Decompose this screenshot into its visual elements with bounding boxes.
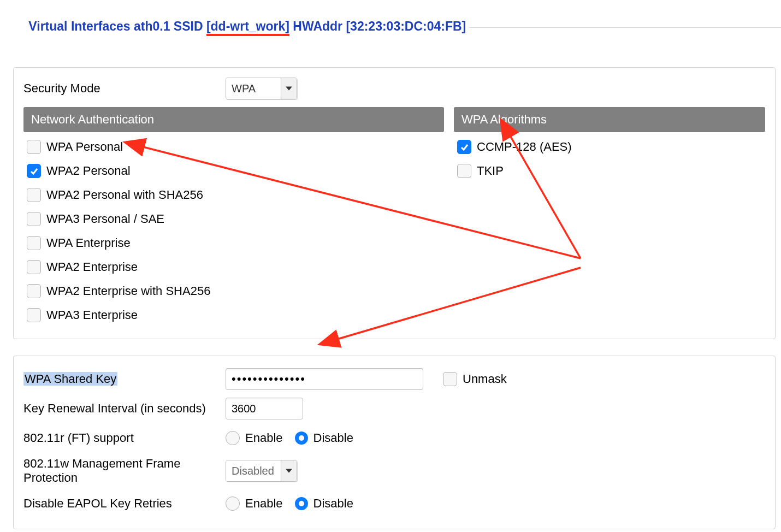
key-renewal-label: Key Renewal Interval (in seconds) <box>23 401 226 416</box>
algo-option-checkbox[interactable] <box>457 164 471 178</box>
wpa-shared-key-label: WPA Shared Key <box>23 372 226 386</box>
virtual-interface-section: Virtual Interfaces ath0.1 SSID [dd-wrt_w… <box>8 4 781 532</box>
auth-option-label: WPA2 Personal <box>46 164 131 178</box>
security-mode-value: WPA <box>226 78 281 99</box>
wpa-key-group: WPA Shared Key Unmask Key Renewal Interv… <box>13 356 776 529</box>
network-auth-column: Network Authentication WPA PersonalWPA2 … <box>23 107 444 332</box>
legend-hwaddr: [32:23:03:DC:04:FB] <box>346 19 466 33</box>
eapol-enable-radio[interactable] <box>226 496 240 511</box>
algo-option-label: TKIP <box>477 164 504 178</box>
auth-option-label: WPA3 Enterprise <box>46 308 138 322</box>
auth-option-label: WPA Enterprise <box>46 236 131 250</box>
auth-option-checkbox[interactable] <box>27 236 41 250</box>
ft-disable-radio[interactable] <box>295 431 308 445</box>
wpa-algorithms-column: WPA Algorithms CCMP-128 (AES)TKIP <box>454 107 765 332</box>
security-mode-select[interactable]: WPA <box>226 78 297 99</box>
section-legend: Virtual Interfaces ath0.1 SSID [dd-wrt_w… <box>8 4 469 51</box>
unmask-checkbox[interactable] <box>443 372 457 386</box>
mfp-label: 802.11w Management Frame Protection <box>23 457 226 485</box>
dropdown-arrow-icon <box>281 460 297 481</box>
eapol-enable-label: Enable <box>245 496 283 511</box>
auth-option-row: WPA2 Enterprise <box>27 260 444 274</box>
auth-option-row: WPA2 Personal with SHA256 <box>27 188 444 202</box>
eapol-label: Disable EAPOL Key Retries <box>23 496 226 511</box>
algo-option-label: CCMP-128 (AES) <box>477 140 572 154</box>
legend-prefix: Virtual Interfaces ath0.1 SSID <box>28 19 206 33</box>
wpa-algorithms-header: WPA Algorithms <box>454 107 765 132</box>
ft-support-label: 802.11r (FT) support <box>23 431 226 445</box>
key-renewal-input[interactable] <box>226 398 303 419</box>
auth-option-row: WPA2 Personal <box>27 164 444 178</box>
auth-option-checkbox[interactable] <box>27 188 41 202</box>
auth-option-row: WPA3 Enterprise <box>27 308 444 322</box>
unmask-label: Unmask <box>463 372 507 386</box>
wpa-shared-key-input[interactable] <box>226 368 423 390</box>
legend-ssid: [dd-wrt_work] <box>206 20 289 36</box>
eapol-disable-radio[interactable] <box>295 497 308 510</box>
auth-option-label: WPA Personal <box>46 140 123 154</box>
auth-option-label: WPA2 Enterprise <box>46 260 138 274</box>
eapol-disable-label: Disable <box>313 496 353 511</box>
auth-option-label: WPA2 Personal with SHA256 <box>46 188 203 202</box>
auth-option-label: WPA3 Personal / SAE <box>46 212 164 226</box>
auth-option-row: WPA Enterprise <box>27 236 444 250</box>
ft-disable-label: Disable <box>313 431 353 445</box>
auth-option-row: WPA3 Personal / SAE <box>27 212 444 226</box>
auth-option-checkbox[interactable] <box>27 164 41 178</box>
dropdown-arrow-icon <box>281 78 297 99</box>
mfp-value: Disabled <box>226 460 281 481</box>
auth-option-label: WPA2 Enterprise with SHA256 <box>46 284 210 298</box>
ft-enable-radio[interactable] <box>226 431 240 445</box>
legend-middle: HWAddr <box>289 19 346 33</box>
algo-option-checkbox[interactable] <box>457 140 471 154</box>
algo-option-row: CCMP-128 (AES) <box>457 140 765 154</box>
auth-option-checkbox[interactable] <box>27 260 41 274</box>
auth-option-row: WPA Personal <box>27 140 444 154</box>
auth-option-checkbox[interactable] <box>27 140 41 154</box>
mfp-select[interactable]: Disabled <box>226 460 297 482</box>
auth-option-checkbox[interactable] <box>27 284 41 298</box>
network-auth-header: Network Authentication <box>23 107 444 132</box>
security-mode-label: Security Mode <box>23 81 226 96</box>
security-mode-group: Security Mode WPA Network Authentication… <box>13 67 776 339</box>
auth-option-checkbox[interactable] <box>27 308 41 322</box>
auth-option-checkbox[interactable] <box>27 212 41 226</box>
algo-option-row: TKIP <box>457 164 765 178</box>
ft-enable-label: Enable <box>245 431 283 445</box>
auth-option-row: WPA2 Enterprise with SHA256 <box>27 284 444 298</box>
